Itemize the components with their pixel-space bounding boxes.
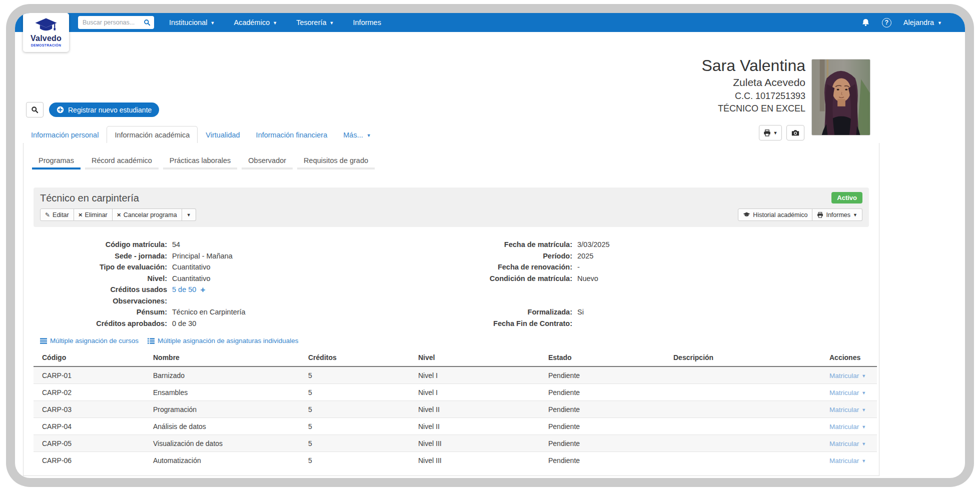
matricular-button[interactable]: Matricular▼	[829, 440, 866, 448]
field-value: Cuantitativo	[172, 274, 211, 282]
camera-button[interactable]	[786, 125, 804, 140]
chevron-down-icon: ▼	[861, 408, 866, 412]
brand-logo[interactable]: Valvedo DEMOSTRACIÓN	[23, 13, 69, 52]
list-icon	[148, 338, 155, 344]
x-icon: ×	[117, 212, 121, 218]
person-search-box	[78, 16, 154, 29]
tab-mas[interactable]: Más...▼	[335, 126, 379, 144]
brand-subtitle: DEMOSTRACIÓN	[31, 43, 62, 48]
student-document: C.C. 1017251393	[555, 91, 805, 102]
subtab-record-academico[interactable]: Récord académico	[85, 153, 159, 170]
field-label: Créditos usados	[24, 286, 167, 294]
top-navbar: Institucional▼ Académico▼ Tesorería▼ Inf…	[15, 13, 965, 32]
printer-icon	[817, 212, 823, 218]
user-menu[interactable]: Alejandra ▼	[903, 18, 942, 26]
academic-history-button[interactable]: Historial académico	[738, 208, 812, 221]
field-label: Código matrícula:	[24, 240, 167, 248]
tab-tools: ▼	[759, 125, 804, 140]
matricular-button[interactable]: Matricular▼	[829, 423, 866, 430]
student-last-name: Zuleta Acevedo	[555, 76, 805, 88]
app-surface: Institucional▼ Académico▼ Tesorería▼ Inf…	[15, 13, 965, 478]
student-toolbar: Registrar nuevo estudiante	[26, 102, 159, 118]
student-photo	[811, 59, 870, 136]
chevron-down-icon: ▼	[861, 425, 866, 430]
subtab-requisitos-grado[interactable]: Requisitos de grado	[297, 153, 375, 170]
program-fields: Código matrícula:54 Sede - jornada:Princ…	[24, 239, 879, 329]
question-mark: ?	[882, 18, 891, 28]
fields-left-column: Código matrícula:54 Sede - jornada:Princ…	[24, 239, 439, 329]
matricular-button[interactable]: Matricular▼	[829, 389, 866, 396]
table-row: CARP-06 Automatización 5 Nivel III Pendi…	[34, 452, 877, 469]
navbar-right: ? Alejandra ▼	[861, 18, 942, 28]
search-input[interactable]	[82, 18, 142, 26]
table-row: CARP-03 Programación 5 Nivel II Pendient…	[34, 401, 877, 418]
chevron-down-icon: ▼	[211, 21, 215, 26]
fields-right-column: Fecha de matrícula:3/03/2025 Período:202…	[439, 239, 610, 329]
matricular-button[interactable]: Matricular▼	[829, 406, 866, 414]
academic-subtabs: Programas Récord académico Prácticas lab…	[32, 153, 879, 170]
register-student-button[interactable]: Registrar nuevo estudiante	[49, 102, 159, 117]
add-credits-icon[interactable]: +	[200, 286, 205, 294]
chevron-down-icon: ▼	[861, 459, 866, 464]
tab-informacion-personal[interactable]: Información personal	[23, 126, 107, 144]
delete-program-button[interactable]: ×Eliminar	[74, 208, 113, 221]
edit-program-button[interactable]: ✎Editar	[40, 208, 74, 221]
subtab-observador[interactable]: Observador	[242, 153, 293, 170]
menu-label: Informes	[353, 18, 381, 26]
academic-info-panel: Programas Récord académico Prácticas lab…	[23, 143, 879, 476]
print-button[interactable]: ▼	[759, 125, 782, 140]
printer-icon	[763, 130, 771, 136]
graduation-cap-icon	[743, 212, 750, 218]
field-value: 3/03/2025	[577, 240, 610, 248]
program-header: Técnico en carpintería Activo ✎Editar ×E…	[34, 188, 869, 227]
matricular-button[interactable]: Matricular▼	[829, 372, 866, 380]
menu-academico[interactable]: Académico▼	[234, 18, 278, 26]
brand-name: Valvedo	[31, 34, 62, 42]
column-header-nivel: Nivel	[418, 350, 548, 366]
field-label: Período:	[439, 252, 572, 260]
field-value: Técnico en Carpintería	[172, 308, 246, 316]
field-label: Nivel:	[24, 274, 167, 282]
menu-informes[interactable]: Informes	[353, 18, 381, 26]
chevron-down-icon: ▼	[367, 134, 371, 138]
field-value: -	[577, 263, 580, 271]
field-label: Sede - jornada:	[24, 252, 167, 260]
search-student-button[interactable]	[26, 102, 44, 118]
subtab-practicas-laborales[interactable]: Prácticas laborales	[163, 153, 238, 170]
pencil-icon: ✎	[45, 212, 50, 218]
cancel-program-button[interactable]: ×Cancelar programa	[113, 208, 182, 221]
table-icon	[40, 338, 47, 344]
menu-tesoreria[interactable]: Tesorería▼	[296, 18, 334, 26]
student-tabbar: Información personal Información académi…	[23, 125, 879, 144]
field-value: Si	[577, 308, 584, 316]
search-icon[interactable]	[144, 19, 151, 26]
chevron-down-icon: ▼	[853, 213, 857, 218]
notifications-bell-icon[interactable]	[861, 18, 870, 27]
menu-label: Tesorería	[296, 18, 326, 26]
subtab-programas[interactable]: Programas	[32, 153, 81, 170]
menu-label: Institucional	[169, 18, 208, 26]
tab-virtualidad[interactable]: Virtualidad	[198, 126, 248, 144]
tab-informacion-financiera[interactable]: Información financiera	[248, 126, 336, 144]
register-student-label: Registrar nuevo estudiante	[68, 106, 152, 114]
column-header-acciones: Acciones	[829, 350, 877, 366]
menu-institucional[interactable]: Institucional▼	[169, 18, 215, 26]
multiple-subject-assignment-link[interactable]: Múltiple asignación de asignaturas indiv…	[148, 337, 298, 344]
matricular-button[interactable]: Matricular▼	[829, 457, 866, 464]
column-header-codigo: Código	[34, 350, 153, 366]
tab-informacion-academica[interactable]: Información académica	[107, 126, 198, 144]
program-actions-right: Historial académico Informes ▼	[738, 208, 862, 221]
reports-button[interactable]: Informes ▼	[812, 208, 862, 221]
help-icon[interactable]: ?	[882, 18, 891, 28]
field-label: Fecha de matrícula:	[439, 240, 572, 248]
field-value: 54	[172, 240, 180, 248]
credits-used-link[interactable]: 5 de 50	[172, 286, 196, 294]
more-program-actions-button[interactable]: ▼	[182, 208, 196, 221]
field-label: Pénsum:	[24, 308, 167, 316]
student-first-name: Sara Valentina	[555, 57, 805, 74]
graduation-cap-icon	[35, 18, 58, 34]
table-header-row: Código Nombre Créditos Nivel Estado Desc…	[34, 350, 877, 366]
multiple-course-assignment-link[interactable]: Múltiple asignación de cursos	[40, 337, 139, 344]
field-value: Nuevo	[577, 274, 598, 282]
camera-icon	[791, 130, 799, 136]
